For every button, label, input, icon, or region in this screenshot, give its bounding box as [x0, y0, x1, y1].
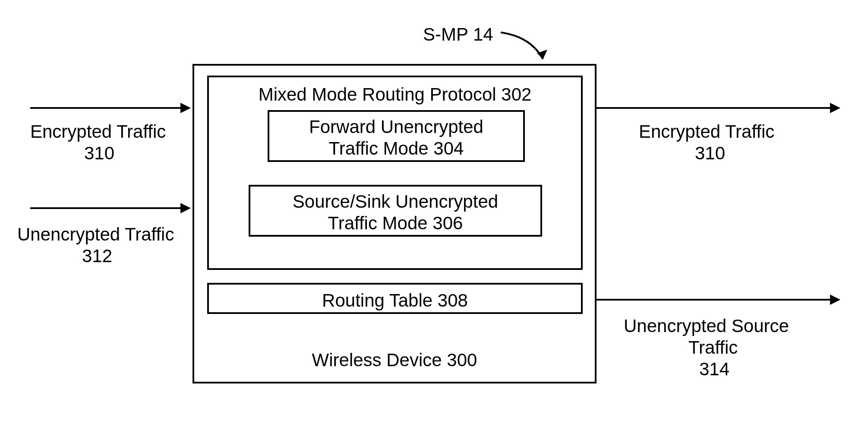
right-encrypted-line1: Encrypted Traffic — [639, 121, 774, 143]
arrow-right-encrypted — [597, 107, 831, 109]
arrow-left-unencrypted — [30, 207, 181, 209]
source-sink-line1: Source/Sink Unencrypted — [250, 191, 540, 212]
arrowhead-left-encrypted — [180, 103, 191, 113]
curved-arrow-icon — [496, 28, 552, 69]
arrowhead-left-unencrypted — [180, 203, 191, 213]
left-unencrypted-line2: 312 — [82, 245, 112, 267]
mixed-mode-box: Mixed Mode Routing Protocol 302 — [207, 76, 583, 270]
forward-mode-line2: Traffic Mode 304 — [269, 138, 523, 159]
right-encrypted-line2: 310 — [695, 143, 725, 164]
right-unenc-source-line2: Traffic — [688, 337, 738, 358]
mixed-mode-label: Mixed Mode Routing Protocol 302 — [209, 84, 581, 105]
routing-table-label: Routing Table 308 — [209, 290, 581, 311]
right-unenc-source-line1: Unencrypted Source — [624, 315, 789, 337]
left-unencrypted-line1: Unencrypted Traffic — [17, 224, 174, 245]
routing-table-box: Routing Table 308 — [207, 283, 583, 314]
forward-mode-box: Forward Unencrypted Traffic Mode 304 — [268, 110, 525, 162]
source-sink-mode-box: Source/Sink Unencrypted Traffic Mode 306 — [249, 185, 542, 237]
source-sink-line2: Traffic Mode 306 — [250, 212, 540, 234]
arrow-left-encrypted — [30, 107, 181, 109]
arrowhead-right-encrypted — [830, 103, 840, 113]
arrow-right-unencrypted-source — [597, 299, 831, 301]
left-encrypted-line1: Encrypted Traffic — [30, 121, 166, 143]
right-unenc-source-line3: 314 — [699, 358, 729, 380]
forward-mode-line1: Forward Unencrypted — [269, 116, 523, 138]
left-encrypted-line2: 310 — [84, 143, 114, 164]
top-label: S-MP 14 — [423, 24, 493, 45]
wireless-device-label: Wireless Device 300 — [194, 349, 595, 371]
arrowhead-right-unencrypted-source — [830, 295, 840, 305]
